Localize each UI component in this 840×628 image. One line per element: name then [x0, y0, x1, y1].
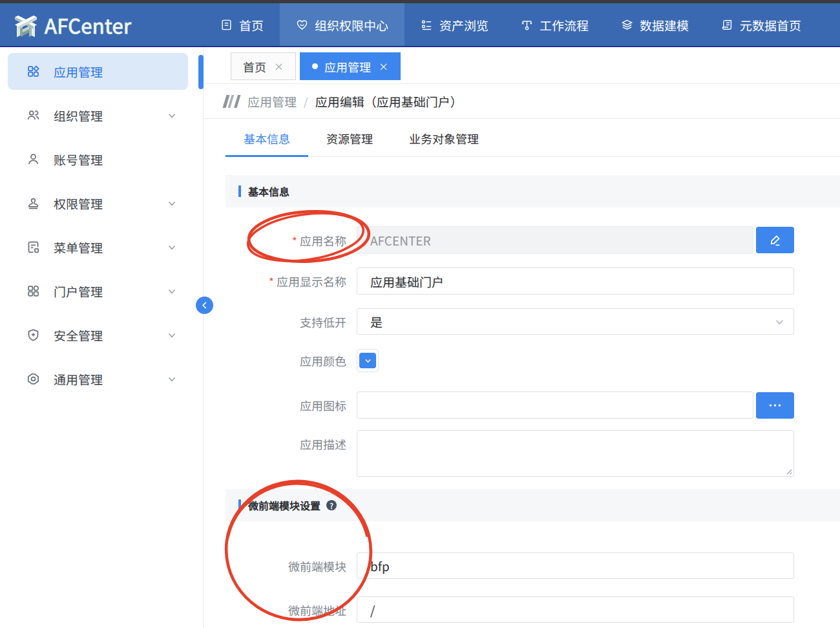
section-title: 基本信息: [248, 183, 289, 199]
tabs-scroll-indicator[interactable]: [198, 55, 204, 89]
edit-pencil-icon: [768, 233, 782, 247]
active-dot-icon: [312, 63, 318, 69]
tab-resource-management[interactable]: 资源管理: [308, 130, 391, 156]
breadcrumb-parent[interactable]: 应用管理: [247, 92, 297, 110]
field-app-description: 应用描述: [204, 430, 840, 477]
breadcrumb-current: 应用编辑（应用基础门户）: [315, 92, 463, 110]
field-mfe-module: 微前端模块 bfp: [204, 552, 840, 579]
heart-smile-icon: [296, 19, 308, 31]
chevron-down-icon: [167, 199, 176, 208]
mfe-module-input[interactable]: bfp: [357, 552, 794, 579]
sidebar-item-label: 安全管理: [54, 326, 103, 344]
chevron-down-icon: [167, 331, 176, 340]
color-picker-button[interactable]: [357, 349, 379, 372]
app-name-input[interactable]: AFCENTER: [357, 226, 753, 254]
field-app-color: 应用颜色: [204, 349, 840, 372]
field-control: [357, 430, 794, 477]
grid-icon: [26, 65, 40, 78]
section-accent-bar: [238, 499, 241, 511]
chevron-down-icon: [364, 357, 372, 364]
nav-item-asset-browse[interactable]: 资产浏览: [404, 3, 505, 46]
field-display-name: *应用显示名称 应用基础门户: [204, 267, 840, 295]
sidebar-item-general-management[interactable]: 通用管理: [8, 361, 188, 397]
workflow-icon: [521, 19, 533, 31]
sidebar: 应用管理 组织管理 账号管理 权限管理: [0, 47, 204, 628]
user-icon: [26, 152, 40, 166]
people-icon: [26, 109, 40, 122]
brand-logo[interactable]: AFCenter: [0, 3, 194, 46]
breadcrumb: 应用管理 / 应用编辑（应用基础门户）: [204, 84, 840, 119]
tab-business-object-management[interactable]: 业务对象管理: [391, 130, 497, 156]
question-icon[interactable]: ?: [326, 500, 337, 510]
sidebar-item-label: 菜单管理: [54, 238, 103, 256]
sidebar-collapse-button[interactable]: [196, 297, 213, 314]
field-control: bfp: [357, 552, 794, 579]
field-label-text: 应用名称: [300, 232, 346, 249]
nav-item-org-permission-center[interactable]: 组织权限中心: [280, 3, 404, 46]
field-mfe-address: 微前端地址 /: [204, 596, 840, 623]
breadcrumb-separator: /: [304, 93, 308, 109]
page-tab-home[interactable]: 首页 ×: [231, 52, 296, 80]
stamp-icon: [26, 196, 40, 210]
resize-handle-icon[interactable]: [785, 468, 792, 475]
field-label: *应用名称: [204, 232, 346, 249]
color-swatch: [359, 353, 376, 368]
nav-item-label: 元数据首页: [740, 16, 801, 34]
required-asterisk: *: [292, 233, 297, 249]
mfe-address-input[interactable]: /: [357, 596, 794, 623]
page-tabs: 首页 × 应用管理 ×: [231, 52, 404, 80]
sidebar-item-account-management[interactable]: 账号管理: [8, 141, 188, 178]
shield-plus-icon: [26, 328, 40, 342]
chevron-down-icon: [775, 317, 784, 327]
top-nav-menu: 首页 组织权限中心 资产浏览: [204, 3, 817, 46]
page-tabs-bar: 首页 × 应用管理 ×: [204, 47, 840, 84]
sidebar-item-security-management[interactable]: 安全管理: [8, 317, 188, 353]
sidebar-item-org-management[interactable]: 组织管理: [8, 97, 188, 134]
sidebar-item-portal-management[interactable]: 门户管理: [8, 273, 188, 309]
section-accent-bar: [238, 185, 241, 197]
display-name-input[interactable]: 应用基础门户: [357, 267, 794, 295]
nav-item-label: 工作流程: [540, 16, 589, 34]
page-tab-app-management[interactable]: 应用管理 ×: [300, 52, 401, 80]
list-icon: [421, 19, 433, 31]
app-root: AFCenter 首页 组织权限中心: [0, 0, 840, 628]
gear-icon: [26, 372, 40, 386]
sidebar-item-app-management[interactable]: 应用管理: [8, 53, 188, 90]
field-value: /: [370, 601, 375, 618]
nav-item-home[interactable]: 首页: [204, 3, 280, 46]
section-title: 微前端模块设置: [248, 497, 320, 513]
sidebar-item-permission-management[interactable]: 权限管理: [8, 185, 188, 222]
section-mfe-settings: 微前端模块设置 ?: [226, 489, 840, 521]
field-value: bfp: [370, 557, 390, 574]
layers-icon: [621, 19, 633, 31]
edit-form: 基本信息 *应用名称 AFCENTER *应用显示名称 应: [204, 175, 840, 623]
nav-item-label: 组织权限中心: [315, 16, 388, 34]
field-low-code-support: 支持低开 是: [204, 308, 840, 335]
field-control: AFCENTER: [357, 226, 794, 254]
nav-item-metadata-home[interactable]: 元数据首页: [705, 3, 817, 46]
field-control: 是: [357, 308, 794, 335]
page-tab-label: 应用管理: [324, 58, 371, 75]
close-icon[interactable]: ×: [274, 59, 284, 73]
chevron-down-icon: [167, 287, 176, 296]
browse-icon-button[interactable]: [756, 392, 794, 419]
sidebar-item-menu-management[interactable]: 菜单管理: [8, 229, 188, 266]
low-code-select[interactable]: 是: [357, 308, 794, 335]
field-control: /: [357, 596, 794, 623]
app-icon-input[interactable]: [357, 392, 753, 419]
nav-item-data-modeling[interactable]: 数据建模: [605, 3, 705, 46]
sidebar-item-label: 账号管理: [54, 151, 103, 168]
close-icon[interactable]: ×: [379, 59, 388, 73]
tab-basic-info[interactable]: 基本信息: [226, 130, 308, 156]
field-label-text: 应用显示名称: [277, 273, 346, 289]
edit-app-name-button[interactable]: [756, 227, 794, 253]
field-app-name: *应用名称 AFCENTER: [204, 226, 840, 254]
section-basic-info: 基本信息: [226, 175, 840, 207]
document-icon: [220, 19, 233, 31]
sidebar-item-label: 组织管理: [54, 107, 103, 124]
nav-item-workflow[interactable]: 工作流程: [505, 3, 605, 46]
app-description-textarea[interactable]: [357, 430, 794, 477]
field-label: 应用图标: [204, 397, 346, 413]
field-control: 应用基础门户: [357, 267, 794, 295]
field-value: 应用基础门户: [370, 273, 444, 290]
